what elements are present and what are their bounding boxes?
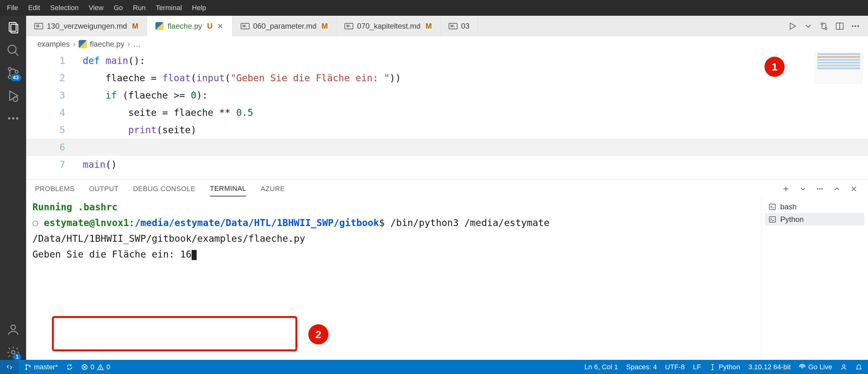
panel-tab-problems[interactable]: PROBLEMS	[35, 182, 74, 196]
compare-changes-icon[interactable]	[818, 20, 830, 32]
line-content[interactable]: flaeche = float(input("Geben Sie die Flä…	[83, 69, 868, 87]
tab-flaeche-py[interactable]: flaeche.pyU	[147, 16, 232, 36]
terminal-session-label: bash	[780, 202, 797, 211]
markdown-file-icon	[344, 22, 353, 31]
encoding-status[interactable]: UTF-8	[665, 363, 685, 371]
panel-tab-debug-console[interactable]: DEBUG CONSOLE	[133, 182, 195, 196]
line-content[interactable]: def main():	[83, 52, 868, 69]
more-icon[interactable]	[6, 111, 21, 126]
account-icon[interactable]	[6, 322, 21, 337]
git-branch-status[interactable]: master*	[25, 363, 58, 371]
svg-point-13	[11, 351, 15, 354]
menu-terminal[interactable]: Terminal	[151, 2, 186, 14]
line-content[interactable]	[83, 139, 868, 156]
code-line[interactable]: 1def main():	[26, 52, 868, 69]
panel-tab-output[interactable]: OUTPUT	[89, 182, 118, 196]
remote-icon[interactable]	[0, 360, 19, 374]
code-line[interactable]: 6	[26, 139, 868, 156]
tab-modified-badge: M	[321, 22, 328, 31]
panel-more-icon[interactable]	[814, 183, 825, 194]
menu-file[interactable]: File	[2, 2, 22, 14]
svg-marker-16	[790, 23, 796, 29]
problems-status[interactable]: 0 0	[81, 363, 111, 371]
python-interpreter[interactable]: 3.10.12 64-bit	[748, 363, 791, 371]
chevron-right-icon: ›	[73, 40, 75, 49]
line-number: 2	[26, 69, 83, 87]
svg-point-28	[822, 188, 823, 190]
terminal-output[interactable]: Running .bashrc ○ estymate@lnvox1:/media…	[26, 198, 761, 360]
breadcrumb-rest[interactable]: …	[133, 40, 141, 49]
line-content[interactable]: if (flaeche >= 0):	[83, 87, 868, 104]
code-line[interactable]: 5 print(seite)	[26, 121, 868, 139]
menu-go[interactable]: Go	[109, 2, 127, 14]
terminal-dropdown-icon[interactable]	[798, 183, 808, 194]
split-editor-icon[interactable]	[833, 20, 846, 32]
run-dropdown-icon[interactable]	[802, 20, 814, 32]
sync-icon[interactable]	[66, 364, 73, 371]
tab-label: 130_verzweigungen.md	[47, 22, 127, 31]
panel-tab-azure[interactable]: AZURE	[260, 182, 285, 196]
menu-edit[interactable]: Edit	[24, 2, 44, 14]
search-icon[interactable]	[6, 43, 21, 58]
svg-point-23	[857, 25, 859, 27]
svg-point-22	[855, 25, 856, 27]
tab-modified-badge: M	[426, 22, 432, 31]
breadcrumb[interactable]: examples › flaeche.py › …	[26, 36, 868, 52]
feedback-icon[interactable]	[840, 364, 847, 371]
markdown-file-icon	[241, 22, 249, 31]
line-content[interactable]: print(seite)	[83, 121, 868, 139]
svg-line-3	[15, 52, 18, 56]
source-control-icon[interactable]: 43	[6, 65, 21, 81]
status-bar: master* 0 0 Ln 6, Col 1 Spaces: 4 UTF-8 …	[0, 360, 868, 374]
line-number: 6	[26, 139, 83, 156]
chevron-right-icon: ›	[127, 40, 130, 49]
panel-close-icon[interactable]	[848, 183, 859, 194]
explorer-icon[interactable]	[6, 20, 21, 35]
eol-status[interactable]: LF	[693, 363, 701, 371]
tab-overflow-icon[interactable]	[849, 20, 862, 32]
code-line[interactable]: 3 if (flaeche >= 0):	[26, 87, 868, 104]
terminal-session-list: bashPython	[761, 198, 868, 360]
new-terminal-icon[interactable]	[780, 183, 791, 194]
breadcrumb-file[interactable]: flaeche.py	[90, 40, 124, 49]
svg-point-36	[26, 368, 27, 370]
line-content[interactable]: seite = flaeche ** 0.5	[83, 104, 868, 121]
minimap[interactable]	[815, 52, 862, 83]
code-line[interactable]: 2 flaeche = float(input("Geben Sie die F…	[26, 69, 868, 87]
markdown-file-icon	[448, 22, 458, 31]
tab-060_parameter-md[interactable]: 060_parameter.mdM	[232, 16, 336, 36]
svg-marker-7	[10, 91, 18, 100]
go-live-button[interactable]: Go Live	[799, 363, 832, 371]
svg-point-11	[16, 117, 18, 119]
tab-03[interactable]: 03	[440, 16, 478, 36]
menu-selection[interactable]: Selection	[45, 2, 83, 14]
svg-point-4	[8, 68, 11, 70]
cursor-position[interactable]: Ln 6, Col 1	[585, 363, 618, 371]
run-debug-icon[interactable]	[6, 88, 21, 103]
tab-130_verzweigungen-md[interactable]: 130_verzweigungen.mdM	[26, 16, 147, 36]
line-number: 3	[26, 87, 83, 104]
code-line[interactable]: 4 seite = flaeche ** 0.5	[26, 104, 868, 121]
code-line[interactable]: 7main()	[26, 156, 868, 173]
line-content[interactable]: main()	[83, 156, 868, 173]
terminal-session-bash[interactable]: bash	[765, 201, 864, 213]
code-editor[interactable]: 1def main():2 flaeche = float(input("Geb…	[26, 52, 868, 179]
indentation-status[interactable]: Spaces: 4	[626, 363, 657, 371]
svg-rect-31	[769, 204, 776, 209]
notifications-icon[interactable]	[856, 364, 862, 371]
settings-gear-icon[interactable]: 1	[6, 345, 21, 360]
activity-bar: 43 1	[0, 16, 26, 360]
panel-tab-terminal[interactable]: TERMINAL	[210, 181, 246, 197]
breadcrumb-folder[interactable]: examples	[37, 40, 70, 49]
menu-help[interactable]: Help	[187, 2, 211, 14]
language-mode[interactable]: Python	[709, 363, 740, 371]
terminal-session-python[interactable]: Python	[765, 213, 864, 226]
menu-run[interactable]: Run	[129, 2, 150, 14]
menu-view[interactable]: View	[84, 2, 108, 14]
tab-070_kapiteltest-md[interactable]: 070_kapiteltest.mdM	[336, 16, 440, 36]
run-file-icon[interactable]	[786, 20, 799, 32]
panel-maximize-icon[interactable]	[832, 183, 842, 194]
svg-point-17	[821, 23, 823, 25]
svg-point-27	[819, 188, 820, 190]
close-icon[interactable]	[216, 22, 224, 30]
